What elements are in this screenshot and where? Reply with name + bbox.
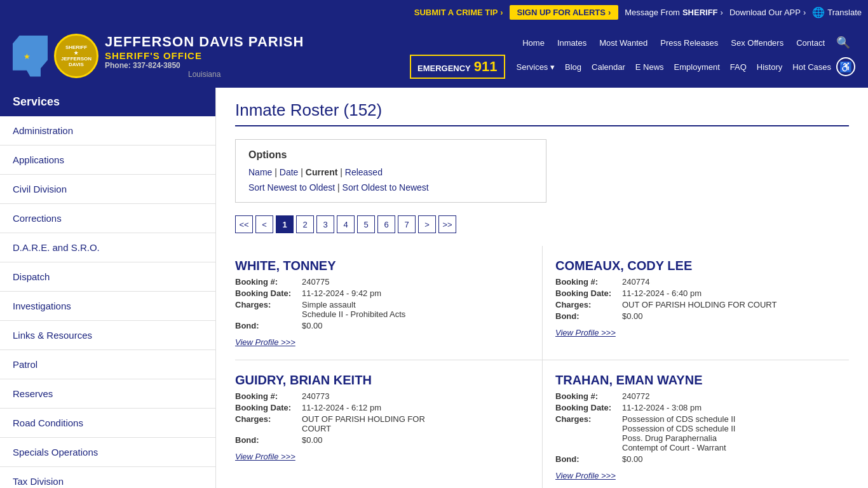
services-sidebar: Services Administration Applications Civ…	[0, 88, 216, 488]
sidebar-item-applications[interactable]: Applications	[0, 146, 215, 175]
inmate-card: GUIDRY, BRIAN KEITH Booking #: 240773 Bo…	[235, 360, 542, 488]
filter-date[interactable]: Date	[280, 167, 299, 177]
main-navigation: Home Inmates Most Wanted Press Releases …	[410, 33, 855, 79]
inmate-booking-date: Booking Date: 11-12-2024 - 9:42 pm	[235, 288, 536, 298]
inmate-charges: Charges: Simple assault Schedule II - Pr…	[235, 300, 536, 319]
nav-enews[interactable]: E News	[630, 60, 669, 74]
inmate-booking-date: Booking Date: 11-12-2024 - 3:08 pm	[555, 403, 843, 412]
nav-calendar[interactable]: Calendar	[587, 60, 630, 74]
inmate-booking-num: Booking #: 240774	[555, 277, 843, 287]
state-label: Louisiana	[105, 70, 304, 79]
inmate-name[interactable]: TRAHAN, EMAN WAYNE	[555, 373, 843, 388]
phone-number: Phone: 337-824-3850	[105, 61, 304, 70]
view-profile-link[interactable]: View Profile >>>	[555, 471, 616, 480]
sort-newest-oldest[interactable]: Sort Newest to Oldest	[248, 182, 335, 193]
options-box: Options Name | Date | Current | Released…	[235, 139, 546, 203]
page-1[interactable]: 1	[276, 215, 294, 233]
view-profile-link[interactable]: View Profile >>>	[235, 452, 295, 461]
page-6[interactable]: 6	[377, 215, 395, 233]
sidebar-item-corrections[interactable]: Corrections	[0, 204, 215, 233]
pagination: << < 1 2 3 4 5 6 7 > >>	[235, 215, 849, 233]
search-button[interactable]: 🔍	[831, 33, 855, 52]
sheriff-message-link[interactable]: Message From SHERIFF ›	[625, 8, 723, 17]
inmate-name[interactable]: WHITE, TONNEY	[235, 259, 536, 273]
inmate-booking-num: Booking #: 240772	[555, 391, 843, 401]
inmate-booking-num: Booking #: 240775	[235, 277, 536, 287]
nav-contact[interactable]: Contact	[790, 36, 831, 50]
sidebar-item-dare-sro[interactable]: D.A.R.E. and S.R.O.	[0, 233, 215, 262]
nav-sex-offenders[interactable]: Sex Offenders	[724, 36, 790, 50]
nav-most-wanted[interactable]: Most Wanted	[593, 36, 654, 50]
filter-links: Name | Date | Current | Released	[248, 167, 533, 177]
inmate-bond: Bond: $0.00	[555, 454, 843, 464]
page-last[interactable]: >>	[438, 215, 456, 233]
emergency-badge: EMERGENCY 911	[410, 55, 505, 79]
sidebar-item-civil-division[interactable]: Civil Division	[0, 175, 215, 204]
bottom-nav: EMERGENCY 911 Services ▾ Blog Calendar E…	[410, 55, 855, 79]
nav-employment[interactable]: Employment	[669, 60, 725, 74]
filter-current[interactable]: Current	[306, 167, 338, 177]
view-profile-link[interactable]: View Profile >>>	[235, 337, 295, 347]
page-5[interactable]: 5	[357, 215, 375, 233]
sheriff-badge-icon: SHERIFF★JEFFERSONDAVIS	[54, 34, 98, 78]
page-2[interactable]: 2	[296, 215, 314, 233]
inmate-card: COMEAUX, CODY LEE Booking #: 240774 Book…	[542, 246, 849, 360]
page-next[interactable]: >	[418, 215, 436, 233]
inmate-name[interactable]: COMEAUX, CODY LEE	[555, 259, 843, 273]
inmate-charges: Charges: OUT OF PARISH HOLDING FOR COURT	[555, 300, 843, 309]
page-layout: Services Administration Applications Civ…	[0, 88, 868, 488]
nav-hot-cases[interactable]: Hot Cases	[787, 60, 836, 74]
sidebar-item-dispatch[interactable]: Dispatch	[0, 262, 215, 292]
nav-blog[interactable]: Blog	[560, 60, 587, 74]
inmate-booking-num: Booking #: 240773	[235, 391, 536, 401]
office-name: SHERIFF'S OFFICE	[105, 50, 304, 61]
sidebar-item-administration[interactable]: Administration	[0, 116, 215, 146]
page-7[interactable]: 7	[398, 215, 416, 233]
inmate-card: TRAHAN, EMAN WAYNE Booking #: 240772 Boo…	[542, 360, 849, 488]
page-3[interactable]: 3	[316, 215, 334, 233]
sidebar-item-tax-division[interactable]: Tax Division	[0, 467, 215, 488]
inmate-charges: Charges: Possession of CDS schedule II P…	[555, 414, 843, 452]
sidebar-item-road-conditions[interactable]: Road Conditions	[0, 409, 215, 438]
sidebar-item-links-resources[interactable]: Links & Resources	[0, 321, 215, 350]
nav-home[interactable]: Home	[516, 36, 551, 50]
inmate-booking-date: Booking Date: 11-12-2024 - 6:40 pm	[555, 288, 843, 298]
sidebar-item-specials-operations[interactable]: Specials Operations	[0, 438, 215, 467]
sidebar-item-investigations[interactable]: Investigations	[0, 292, 215, 321]
logo-area: SHERIFF★JEFFERSONDAVIS JEFFERSON DAVIS P…	[13, 34, 410, 79]
parish-name: JEFFERSON DAVIS PARISH	[105, 34, 304, 50]
sidebar-heading: Services	[0, 88, 215, 116]
filter-name[interactable]: Name	[248, 167, 272, 177]
crime-tip-text: SUBMIT A CRIME TIP ›	[414, 8, 503, 17]
page-title: Inmate Roster (152)	[235, 100, 849, 126]
app-download-link[interactable]: Download Our APP ›	[729, 8, 806, 17]
page-first[interactable]: <<	[235, 215, 253, 233]
inmate-card: WHITE, TONNEY Booking #: 240775 Booking …	[235, 246, 542, 360]
nav-history[interactable]: History	[752, 60, 787, 74]
inmate-name[interactable]: GUIDRY, BRIAN KEITH	[235, 373, 536, 388]
page-4[interactable]: 4	[337, 215, 355, 233]
nav-press-releases[interactable]: Press Releases	[654, 36, 724, 50]
inmate-booking-date: Booking Date: 11-12-2024 - 6:12 pm	[235, 403, 536, 412]
page-prev[interactable]: <	[255, 215, 273, 233]
inmate-bond: Bond: $0.00	[235, 321, 536, 330]
sidebar-item-patrol[interactable]: Patrol	[0, 350, 215, 379]
nav-inmates[interactable]: Inmates	[551, 36, 593, 50]
view-profile-link[interactable]: View Profile >>>	[555, 328, 616, 337]
inmate-charges: Charges: OUT OF PARISH HOLDING FOR COURT	[235, 414, 536, 433]
agency-name: JEFFERSON DAVIS PARISH SHERIFF'S OFFICE …	[105, 34, 304, 79]
alerts-button[interactable]: SIGN UP FOR ALERTS ›	[510, 5, 619, 20]
sidebar-item-reserves[interactable]: Reserves	[0, 379, 215, 409]
accessibility-button[interactable]: ♿	[836, 57, 855, 76]
nav-services[interactable]: Services ▾	[512, 60, 560, 74]
main-content: Inmate Roster (152) Options Name | Date …	[216, 88, 868, 488]
sort-oldest-newest[interactable]: Sort Oldest to Newest	[342, 182, 429, 193]
translate-link[interactable]: 🌐 Translate	[812, 6, 862, 18]
site-header: SHERIFF★JEFFERSONDAVIS JEFFERSON DAVIS P…	[0, 24, 868, 88]
top-nav: Home Inmates Most Wanted Press Releases …	[516, 33, 855, 52]
sort-options: Sort Newest to Oldest | Sort Oldest to N…	[248, 182, 533, 193]
nav-faq[interactable]: FAQ	[725, 60, 752, 74]
top-bar: SUBMIT A CRIME TIP › SIGN UP FOR ALERTS …	[0, 0, 868, 24]
inmate-bond: Bond: $0.00	[555, 311, 843, 321]
filter-released[interactable]: Released	[345, 167, 383, 177]
